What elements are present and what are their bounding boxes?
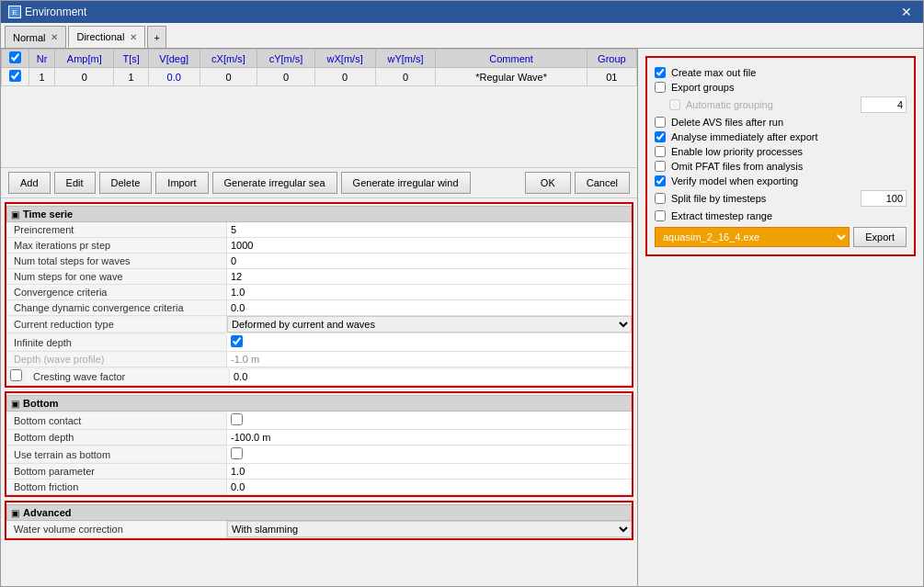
col-wy: wY[m/s] (375, 50, 436, 68)
export-groups-row: Export groups (655, 80, 907, 95)
bottom-header[interactable]: ▣ Bottom (6, 395, 632, 412)
prop-cresting-label: Cresting wave factor (26, 369, 230, 384)
prop-convergence-label: Convergence criteria (6, 285, 227, 299)
delete-avs-checkbox[interactable] (655, 117, 666, 128)
water-volume-select[interactable]: With slamming None Without slamming (227, 521, 632, 537)
prop-max-iterations: Max iterations pr step 1000 (6, 238, 632, 254)
time-serie-section: ▣ Time serie Preincrement 5 Max iteratio… (5, 202, 633, 388)
content-area: Nr Amp[m] T[s] V[deg] cX[m/s] cY[m/s] wX… (1, 49, 923, 586)
prop-change-dynamic-value[interactable]: 0.0 (227, 300, 632, 315)
prop-preincrement-value[interactable]: 5 (227, 222, 632, 237)
prop-convergence-value[interactable]: 1.0 (227, 285, 632, 299)
prop-num-total-steps-value[interactable]: 0 (227, 254, 632, 268)
prop-bottom-friction-label: Bottom friction (6, 480, 227, 494)
edit-button[interactable]: Edit (54, 172, 96, 194)
import-button[interactable]: Import (155, 172, 208, 194)
create-max-out-checkbox[interactable] (655, 67, 666, 78)
extract-timestep-checkbox[interactable] (655, 210, 666, 221)
prop-bottom-parameter-label: Bottom parameter (6, 464, 227, 479)
export-groups-checkbox[interactable] (655, 82, 666, 93)
split-file-input[interactable] (861, 190, 907, 207)
action-toolbar: Add Edit Delete Import Generate irregula… (1, 168, 637, 198)
add-button[interactable]: Add (8, 172, 51, 194)
col-v: V[deg] (148, 50, 200, 68)
header-checkbox[interactable] (9, 51, 21, 63)
prop-current-reduction-value: Deformed by current and waves None Linea… (227, 316, 632, 333)
delete-button[interactable]: Delete (99, 172, 153, 194)
export-button[interactable]: Export (853, 227, 907, 247)
split-file-checkbox[interactable] (655, 193, 666, 204)
prop-change-dynamic: Change dynamic convergence criteria 0.0 (6, 300, 632, 316)
analyse-after-row: Analyse immediately after export (655, 130, 907, 144)
create-max-out-row: Create max out file (655, 65, 907, 80)
use-terrain-checkbox[interactable] (231, 447, 243, 459)
prop-preincrement: Preincrement 5 (6, 222, 632, 238)
omit-pfat-checkbox[interactable] (655, 161, 666, 172)
generate-wind-button[interactable]: Generate irregular wind (341, 172, 471, 194)
export-exe-select[interactable]: aquasim_2_16_4.exe (655, 227, 850, 247)
tab-normal-close[interactable]: ✕ (51, 32, 58, 42)
prop-bottom-parameter-value[interactable]: 1.0 (227, 464, 632, 479)
prop-cresting-checkbox-cell (6, 367, 26, 385)
generate-sea-button[interactable]: Generate irregular sea (212, 172, 337, 194)
current-reduction-select[interactable]: Deformed by current and waves None Linea… (227, 316, 632, 333)
tab-directional-label: Directional (76, 31, 124, 42)
time-serie-collapse-icon: ▣ (11, 209, 19, 220)
prop-bottom-friction-value[interactable]: 0.0 (227, 480, 632, 494)
cancel-button[interactable]: Cancel (575, 172, 630, 194)
advanced-header[interactable]: ▣ Advanced (6, 504, 632, 521)
ok-button[interactable]: OK (525, 172, 571, 194)
bottom-title: Bottom (23, 398, 59, 409)
advanced-collapse-icon: ▣ (11, 508, 19, 518)
omit-pfat-label: Omit PFAT files from analysis (671, 161, 803, 172)
col-group: Group (587, 50, 636, 68)
prop-num-steps-wave-value[interactable]: 12 (227, 269, 632, 284)
tab-normal[interactable]: Normal ✕ (5, 26, 66, 48)
prop-num-steps-wave-label: Num steps for one wave (6, 269, 227, 284)
properties-scroll[interactable]: ▣ Time serie Preincrement 5 Max iteratio… (1, 198, 637, 586)
infinite-depth-checkbox[interactable] (231, 335, 243, 347)
row-checkbox[interactable] (9, 70, 21, 82)
row-comment: *Regular Wave* (436, 68, 587, 86)
auto-grouping-label: Automatic grouping (686, 99, 773, 110)
tab-directional-close[interactable]: ✕ (130, 32, 137, 42)
data-table: Nr Amp[m] T[s] V[deg] cX[m/s] cY[m/s] wX… (1, 49, 637, 86)
advanced-title: Advanced (23, 507, 72, 518)
col-cx: cX[m/s] (200, 50, 257, 68)
delete-avs-label: Delete AVS files after run (671, 117, 783, 128)
bottom-contact-checkbox[interactable] (231, 413, 243, 425)
prop-current-reduction: Current reduction type Deformed by curre… (6, 316, 632, 333)
omit-pfat-row: Omit PFAT files from analysis (655, 159, 907, 174)
col-t: T[s] (114, 50, 148, 68)
enable-low-priority-checkbox[interactable] (655, 146, 666, 157)
prop-bottom-depth-value[interactable]: -100.0 m (227, 430, 632, 445)
prop-cresting-value[interactable]: 0.0 (230, 369, 632, 384)
time-serie-title: Time serie (23, 209, 73, 220)
row-nr: 1 (29, 68, 55, 86)
window-close-button[interactable]: ✕ (897, 5, 916, 19)
prop-depth-wave-profile: Depth (wave profile) -1.0 m (6, 352, 632, 367)
tab-add-button[interactable]: + (147, 26, 165, 48)
time-serie-header[interactable]: ▣ Time serie (6, 206, 632, 222)
auto-grouping-row: Automatic grouping (655, 95, 907, 115)
analyse-after-checkbox[interactable] (655, 131, 666, 142)
tabs-bar: Normal ✕ Directional ✕ + (1, 23, 923, 49)
table-row: 1 0 1 0.0 0 0 0 0 *Regular Wave* 01 (2, 68, 637, 86)
right-options-section: Create max out file Export groups Automa… (645, 56, 916, 256)
prop-infinite-depth-label: Infinite depth (6, 335, 227, 350)
verify-model-checkbox[interactable] (655, 175, 666, 186)
export-groups-label: Export groups (671, 82, 734, 93)
prop-max-iterations-value[interactable]: 1000 (227, 238, 632, 253)
row-checkbox-cell (2, 68, 29, 86)
enable-low-priority-label: Enable low priority processes (671, 146, 803, 157)
advanced-section: ▣ Advanced Water volume correction With … (5, 501, 633, 540)
tab-directional[interactable]: Directional ✕ (68, 26, 145, 48)
auto-grouping-input[interactable] (861, 96, 907, 113)
verify-model-row: Verify model when exporting (655, 174, 907, 188)
prop-bottom-depth: Bottom depth -100.0 m (6, 430, 632, 446)
row-cy: 0 (257, 68, 315, 86)
bottom-section: ▣ Bottom Bottom contact Bottom depth (5, 391, 633, 497)
main-window: E Environment ✕ Normal ✕ Directional ✕ + (0, 0, 924, 587)
cresting-wave-checkbox[interactable] (10, 369, 22, 381)
prop-depth-value[interactable]: -1.0 m (227, 352, 632, 367)
